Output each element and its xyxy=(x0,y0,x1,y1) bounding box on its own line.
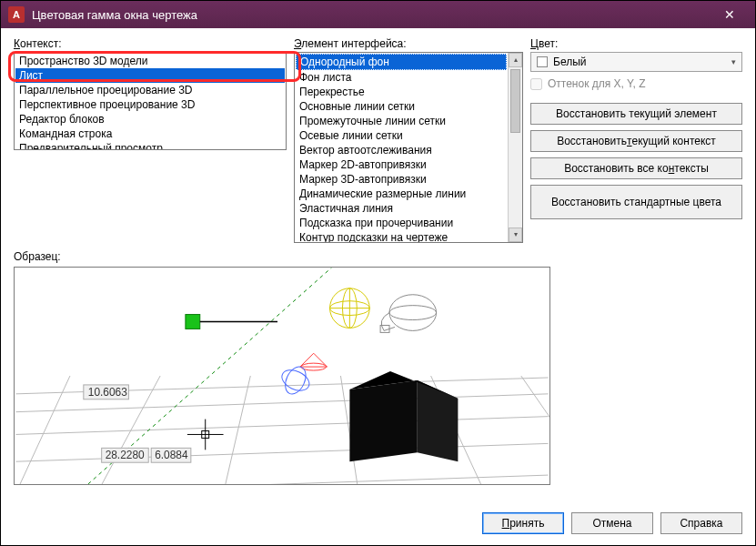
scroll-thumb[interactable] xyxy=(510,69,520,133)
context-item[interactable]: Перспективное проецирование 3D xyxy=(15,97,285,112)
cancel-button[interactable]: Отмена xyxy=(571,512,653,534)
color-value: Белый xyxy=(553,56,586,68)
element-item[interactable]: Контур подсказки на чертеже xyxy=(296,230,507,243)
app-icon: A xyxy=(8,6,25,23)
restore-context-button[interactable]: Восстановить текущий контекст xyxy=(530,130,742,152)
color-dropdown[interactable]: Белый ▾ xyxy=(530,52,742,72)
svg-text:28.2280: 28.2280 xyxy=(106,449,145,461)
svg-point-16 xyxy=(281,363,309,397)
svg-line-3 xyxy=(15,443,548,461)
svg-line-4 xyxy=(15,475,548,484)
element-item[interactable]: Эластичная линия xyxy=(296,201,507,216)
chevron-down-icon: ▾ xyxy=(731,57,736,66)
svg-point-22 xyxy=(389,295,437,331)
svg-line-7 xyxy=(224,376,251,484)
tint-checkbox-row: Оттенок для X, Y, Z xyxy=(530,77,742,90)
element-item[interactable]: Однородный фон xyxy=(296,54,507,70)
close-icon[interactable]: ✕ xyxy=(711,1,748,28)
ok-button[interactable]: Принять xyxy=(482,512,564,534)
svg-rect-12 xyxy=(186,315,200,329)
context-label: Контекст: xyxy=(14,37,287,50)
element-item[interactable]: Маркер 2D-автопривязки xyxy=(296,157,507,172)
svg-line-10 xyxy=(521,376,549,484)
svg-text:6.0884: 6.0884 xyxy=(155,449,188,461)
preview-canvas: 10.6063 28.2280 6.0884 xyxy=(15,268,549,484)
element-item[interactable]: Динамические размерные линии xyxy=(296,187,507,201)
scrollbar[interactable]: ▴ ▾ xyxy=(508,53,522,242)
element-item[interactable]: Маркер 3D-автопривязки xyxy=(296,172,507,187)
context-item[interactable]: Предварительный просмотр xyxy=(15,141,285,150)
color-swatch xyxy=(537,56,548,67)
scroll-down-icon[interactable]: ▾ xyxy=(509,228,522,242)
restore-element-button[interactable]: Восстановить текущий элемент xyxy=(530,103,742,125)
svg-text:10.6063: 10.6063 xyxy=(88,386,127,399)
preview-cube xyxy=(349,371,458,461)
svg-marker-25 xyxy=(349,380,417,461)
element-item[interactable]: Подсказка при прочерчивании xyxy=(296,216,507,230)
context-item[interactable]: Командная строка xyxy=(15,126,285,141)
context-item[interactable]: Лист xyxy=(15,68,285,83)
context-item[interactable]: Редактор блоков xyxy=(15,112,285,126)
tint-checkbox xyxy=(530,78,542,90)
window-title: Цветовая гамма окна чертежа xyxy=(32,8,711,22)
color-label: Цвет: xyxy=(530,37,742,50)
restore-all-contexts-button[interactable]: Восстановить все контексты xyxy=(530,157,742,179)
sample-preview: 10.6063 28.2280 6.0884 xyxy=(14,267,550,485)
element-item[interactable]: Осевые линии сетки xyxy=(296,128,507,143)
svg-line-2 xyxy=(15,417,548,435)
element-item[interactable]: Вектор автоотслеживания xyxy=(296,143,507,157)
help-button[interactable]: Справка xyxy=(660,512,742,534)
context-item[interactable]: Пространство 3D модели xyxy=(15,54,285,68)
sample-label: Образец: xyxy=(14,250,287,263)
tint-label: Оттенок для X, Y, Z xyxy=(548,77,646,90)
scroll-up-icon[interactable]: ▴ xyxy=(509,53,522,67)
svg-point-23 xyxy=(389,306,437,320)
context-listbox[interactable]: Пространство 3D моделиЛистПараллельное п… xyxy=(14,52,287,150)
element-label: Элемент интерфейса: xyxy=(294,37,523,50)
element-listbox[interactable]: Однородный фонФон листаПерекрестьеОсновн… xyxy=(294,52,523,243)
context-item[interactable]: Параллельное проецирование 3D xyxy=(15,83,285,97)
element-item[interactable]: Фон листа xyxy=(296,70,507,85)
svg-marker-26 xyxy=(418,380,459,461)
element-item[interactable]: Основные линии сетки xyxy=(296,99,507,114)
element-item[interactable]: Перекрестье xyxy=(296,85,507,99)
element-item[interactable]: Промежуточные линии сетки xyxy=(296,114,507,128)
restore-default-colors-button[interactable]: Восстановить стандартные цвета xyxy=(530,185,742,219)
titlebar: A Цветовая гамма окна чертежа ✕ xyxy=(1,1,755,28)
